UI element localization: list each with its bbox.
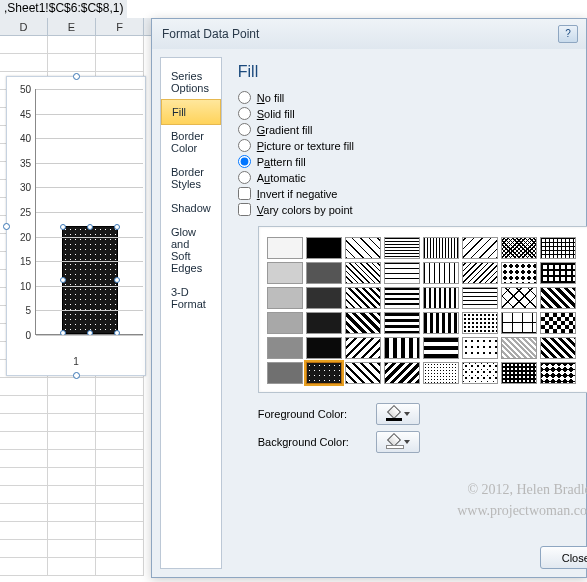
pattern-swatch[interactable] xyxy=(306,362,342,384)
pattern-swatch[interactable] xyxy=(384,287,420,309)
cell[interactable] xyxy=(48,396,96,414)
pattern-swatch[interactable] xyxy=(267,237,303,259)
fill-option-automatic[interactable]: Automatic xyxy=(238,171,587,184)
cell[interactable] xyxy=(96,378,144,396)
pattern-swatch[interactable] xyxy=(306,337,342,359)
cell[interactable] xyxy=(0,486,48,504)
pattern-swatch[interactable] xyxy=(501,262,537,284)
cell[interactable] xyxy=(48,450,96,468)
pattern-swatch[interactable] xyxy=(384,362,420,384)
radio-gradient-fill[interactable] xyxy=(238,123,251,136)
radio-no-fill[interactable] xyxy=(238,91,251,104)
col-header[interactable]: E xyxy=(48,18,96,35)
pattern-swatch[interactable] xyxy=(462,337,498,359)
sidebar-item-glow-and-soft-edges[interactable]: Glow and Soft Edges xyxy=(161,220,221,280)
help-button[interactable]: ? xyxy=(558,25,578,43)
pattern-swatch[interactable] xyxy=(345,312,381,334)
radio-pattern-fill[interactable] xyxy=(238,155,251,168)
pattern-swatch[interactable] xyxy=(423,237,459,259)
cell[interactable] xyxy=(48,540,96,558)
cell[interactable] xyxy=(48,558,96,576)
cell[interactable] xyxy=(48,378,96,396)
pattern-swatch[interactable] xyxy=(423,312,459,334)
cell[interactable] xyxy=(48,486,96,504)
invert-if-negative-option[interactable]: Invert if negative xyxy=(238,187,587,200)
cell[interactable] xyxy=(0,450,48,468)
cell[interactable] xyxy=(0,558,48,576)
cell[interactable] xyxy=(96,36,144,54)
pattern-swatch[interactable] xyxy=(501,237,537,259)
cell[interactable] xyxy=(96,396,144,414)
cell[interactable] xyxy=(0,522,48,540)
chart-bar[interactable] xyxy=(62,226,118,334)
resize-handle[interactable] xyxy=(73,372,80,379)
pattern-swatch[interactable] xyxy=(306,237,342,259)
pattern-swatch[interactable] xyxy=(423,337,459,359)
cell[interactable] xyxy=(96,450,144,468)
fill-option-gradient[interactable]: Gradient fill xyxy=(238,123,587,136)
cell[interactable] xyxy=(48,504,96,522)
pattern-swatch[interactable] xyxy=(540,312,576,334)
pattern-swatch[interactable] xyxy=(306,287,342,309)
close-button[interactable]: Close xyxy=(540,546,587,569)
cell[interactable] xyxy=(96,468,144,486)
sidebar-item-border-color[interactable]: Border Color xyxy=(161,124,221,160)
formula-bar[interactable]: ,Sheet1!$C$6:$C$8,1) xyxy=(0,0,127,18)
cell[interactable] xyxy=(96,540,144,558)
embedded-chart[interactable]: 1 05101520253035404550 xyxy=(6,76,146,376)
cell[interactable] xyxy=(48,468,96,486)
pattern-swatch[interactable] xyxy=(423,362,459,384)
pattern-swatch[interactable] xyxy=(462,362,498,384)
pattern-swatch[interactable] xyxy=(501,362,537,384)
pattern-swatch[interactable] xyxy=(462,312,498,334)
pattern-swatch[interactable] xyxy=(306,262,342,284)
pattern-swatch[interactable] xyxy=(462,262,498,284)
pattern-swatch[interactable] xyxy=(384,237,420,259)
pattern-swatch[interactable] xyxy=(384,262,420,284)
cell[interactable] xyxy=(96,504,144,522)
cell[interactable] xyxy=(0,36,48,54)
pattern-swatch[interactable] xyxy=(306,312,342,334)
pattern-swatch[interactable] xyxy=(501,312,537,334)
pattern-swatch[interactable] xyxy=(345,337,381,359)
sidebar-item-border-styles[interactable]: Border Styles xyxy=(161,160,221,196)
checkbox-vary-colors[interactable] xyxy=(238,203,251,216)
background-color-button[interactable] xyxy=(376,431,420,453)
pattern-swatch[interactable] xyxy=(267,312,303,334)
pattern-swatch[interactable] xyxy=(345,362,381,384)
pattern-swatch[interactable] xyxy=(540,287,576,309)
point-handle[interactable] xyxy=(114,224,120,230)
chart-plot-area[interactable] xyxy=(35,89,143,335)
fill-option-picture[interactable]: Picture or texture fill xyxy=(238,139,587,152)
pattern-swatch[interactable] xyxy=(384,312,420,334)
sidebar-item-shadow[interactable]: Shadow xyxy=(161,196,221,220)
pattern-swatch[interactable] xyxy=(423,287,459,309)
pattern-swatch[interactable] xyxy=(345,237,381,259)
point-handle[interactable] xyxy=(87,224,93,230)
point-handle[interactable] xyxy=(114,277,120,283)
cell[interactable] xyxy=(96,414,144,432)
cell[interactable] xyxy=(0,414,48,432)
col-header[interactable]: F xyxy=(96,18,144,35)
pattern-swatch[interactable] xyxy=(540,262,576,284)
cell[interactable] xyxy=(96,522,144,540)
pattern-swatch[interactable] xyxy=(462,287,498,309)
cell[interactable] xyxy=(96,558,144,576)
pattern-swatch[interactable] xyxy=(267,287,303,309)
dialog-titlebar[interactable]: Format Data Point ? xyxy=(152,19,586,49)
radio-automatic[interactable] xyxy=(238,171,251,184)
sidebar-item-3-d-format[interactable]: 3-D Format xyxy=(161,280,221,316)
pattern-swatch[interactable] xyxy=(540,237,576,259)
radio-solid-fill[interactable] xyxy=(238,107,251,120)
foreground-color-button[interactable] xyxy=(376,403,420,425)
cell[interactable] xyxy=(96,54,144,72)
resize-handle[interactable] xyxy=(3,223,10,230)
fill-option-solid[interactable]: Solid fill xyxy=(238,107,587,120)
pattern-swatch[interactable] xyxy=(267,262,303,284)
vary-colors-option[interactable]: Vary colors by point xyxy=(238,203,587,216)
pattern-swatch[interactable] xyxy=(462,237,498,259)
col-header[interactable]: D xyxy=(0,18,48,35)
pattern-swatch[interactable] xyxy=(501,337,537,359)
pattern-swatch[interactable] xyxy=(267,362,303,384)
cell[interactable] xyxy=(48,36,96,54)
